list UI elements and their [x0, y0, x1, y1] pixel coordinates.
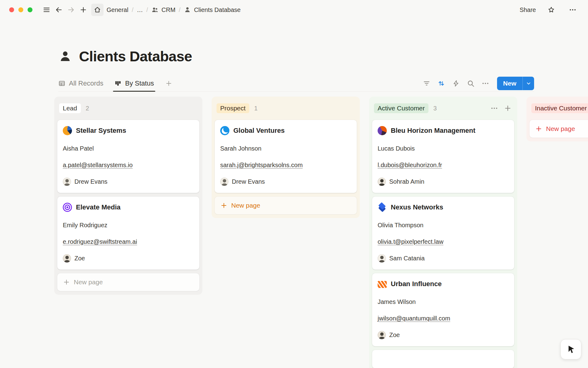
home-button[interactable]: [91, 4, 104, 16]
page-content: Clients Database All Records By Status: [0, 48, 588, 368]
contact-email[interactable]: sarah.j@brightsparksolns.com: [220, 161, 303, 169]
card-partial[interactable]: [372, 350, 514, 368]
new-page-button-prospect[interactable]: New page: [215, 197, 357, 214]
search-icon: [467, 79, 475, 87]
ellipsis-icon: [569, 6, 577, 14]
new-record-dropdown[interactable]: [522, 77, 534, 90]
view-options-button[interactable]: [479, 77, 492, 90]
add-view-button[interactable]: [165, 80, 172, 87]
column-prospect: Prospect 1 Global Ventures Sarah Johnson…: [212, 97, 360, 218]
column-header: Lead 2: [57, 100, 199, 120]
breadcrumb-workspace[interactable]: General: [107, 6, 128, 13]
owner-name: Sohrab Amin: [389, 177, 424, 186]
contact-name: James Wilson: [378, 298, 509, 306]
contact-email[interactable]: l.dubois@bleuhorizon.fr: [378, 161, 442, 169]
plus-icon: [79, 6, 87, 14]
avatar: [378, 254, 386, 263]
breadcrumb-separator: /: [146, 6, 148, 13]
cursor-widget[interactable]: [560, 339, 581, 359]
minimize-window-button[interactable]: [18, 7, 23, 12]
owner-row: Drew Evans: [220, 177, 351, 186]
card-title: Global Ventures: [233, 126, 285, 135]
page-title[interactable]: Clients Database: [79, 48, 192, 65]
group-chip-prospect[interactable]: Prospect: [217, 103, 249, 113]
contact-email[interactable]: olivia.t@pixelperfect.law: [378, 238, 443, 246]
plus-icon: [63, 278, 70, 286]
sort-button[interactable]: [435, 77, 447, 90]
sidebar-menu-button[interactable]: [40, 4, 53, 16]
back-button[interactable]: [53, 4, 65, 16]
bleu-horizon-logo-icon: [378, 126, 387, 135]
owner-name: Sam Catania: [389, 254, 425, 263]
elevate-media-logo-icon: [63, 203, 72, 212]
breadcrumb-page[interactable]: Clients Database: [184, 6, 240, 13]
card-nexus-networks[interactable]: Nexus Networks Olivia Thompson olivia.t@…: [372, 197, 514, 270]
contact-name: Sarah Johnson: [220, 144, 351, 153]
owner-row: Zoe: [63, 254, 194, 263]
contact-email[interactable]: e.rodriguez@swiftstream.ai: [63, 238, 137, 246]
contact-email[interactable]: jwilson@quantumquill.com: [378, 314, 450, 323]
card-bleu-horizon[interactable]: Bleu Horizon Management Lucas Dubois l.d…: [372, 120, 514, 193]
column-header: Prospect 1: [215, 100, 357, 120]
card-global-ventures[interactable]: Global Ventures Sarah Johnson sarah.j@br…: [215, 120, 357, 193]
filter-icon: [423, 79, 431, 87]
global-ventures-logo-icon: [220, 126, 229, 135]
sort-arrows-icon: [437, 79, 445, 87]
automations-button[interactable]: [450, 77, 462, 90]
cursor-icon: [566, 344, 576, 355]
group-chip-lead[interactable]: Lead: [59, 103, 81, 113]
star-icon: [547, 6, 555, 14]
contact-name: Aisha Patel: [63, 144, 194, 153]
new-page-button-inactive[interactable]: New page: [530, 120, 588, 138]
favorite-button[interactable]: [545, 4, 557, 16]
card-title: Stellar Systems: [76, 126, 126, 135]
page-person-icon[interactable]: [58, 49, 72, 63]
search-button[interactable]: [465, 77, 477, 90]
column-active-customer: Active Customer 3: [369, 97, 517, 368]
tab-all-records[interactable]: All Records: [58, 75, 103, 91]
breadcrumb-collapsed[interactable]: …: [137, 6, 143, 13]
breadcrumb-crm-label: CRM: [161, 6, 175, 13]
group-chip-inactive-customer[interactable]: Inactive Customer: [531, 103, 588, 113]
group-chip-active-customer[interactable]: Active Customer: [374, 103, 428, 113]
card-urban-influence[interactable]: Urban Influence James Wilson jwilson@qua…: [372, 273, 514, 346]
card-title: Elevate Media: [76, 203, 121, 212]
plus-icon: [535, 125, 542, 132]
tab-by-status[interactable]: By Status: [114, 75, 154, 91]
owner-name: Drew Evans: [232, 177, 265, 186]
tab-all-records-label: All Records: [69, 79, 103, 87]
window-controls: [9, 7, 32, 12]
plus-icon: [504, 104, 512, 112]
card-stellar-systems[interactable]: Stellar Systems Aisha Patel a.patel@stel…: [57, 120, 199, 193]
column-menu-button[interactable]: [490, 104, 499, 113]
view-tabs: All Records By Status: [58, 75, 172, 91]
owner-name: Zoe: [74, 254, 85, 263]
card-elevate-media[interactable]: Elevate Media Emily Rodriguez e.rodrigue…: [57, 197, 199, 270]
new-page-label: New page: [74, 278, 103, 286]
column-lead: Lead 2 Stellar Systems Aisha Patel a.pat…: [54, 97, 202, 295]
share-button[interactable]: Share: [520, 6, 536, 13]
owner-name: Zoe: [389, 330, 400, 339]
group-count: 1: [254, 105, 258, 112]
contact-email[interactable]: a.patel@stellarsystems.io: [63, 161, 133, 169]
card-title: Urban Influence: [391, 279, 442, 289]
new-page-button-lead[interactable]: New page: [57, 273, 199, 291]
column-add-card-button[interactable]: [503, 104, 512, 113]
avatar: [220, 178, 228, 186]
new-record-button[interactable]: New: [497, 77, 534, 90]
owner-row: Sam Catania: [378, 254, 509, 263]
column-inactive-customer: Inactive Customer New page: [526, 97, 588, 141]
new-record-label[interactable]: New: [497, 77, 522, 90]
table-view-icon: [58, 80, 66, 87]
close-window-button[interactable]: [9, 7, 14, 12]
forward-button[interactable]: [65, 4, 77, 16]
view-bar: All Records By Status: [58, 75, 534, 92]
owner-name: Drew Evans: [74, 177, 107, 186]
breadcrumb-crm[interactable]: CRM: [151, 6, 175, 13]
board-view-icon: [114, 80, 122, 87]
new-tab-button[interactable]: [77, 4, 89, 16]
zoom-window-button[interactable]: [28, 7, 32, 12]
filter-button[interactable]: [420, 77, 433, 90]
breadcrumb: General / … / CRM / Clients Database: [107, 6, 241, 13]
page-options-button[interactable]: [567, 4, 579, 16]
